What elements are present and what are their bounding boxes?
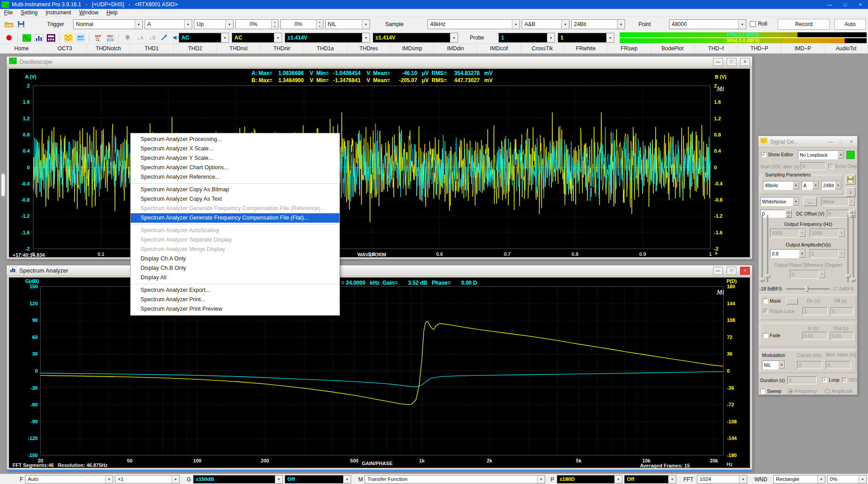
menu-instrument[interactable]: Instrument [42, 9, 75, 17]
overlap-select[interactable]: 0%▼ [827, 475, 867, 484]
dut-icon[interactable]: DUT [75, 33, 86, 43]
gain-ref-select[interactable]: Off▼ [285, 475, 351, 484]
sweep-checkbox[interactable]: Sweep [760, 388, 781, 394]
freq-range-select[interactable]: Auto▼ [25, 475, 113, 484]
tab-thd~f[interactable]: THD~f [695, 44, 738, 53]
ddp-icon[interactable]: DDP [93, 33, 103, 43]
tab-imdccif[interactable]: IMDccif [477, 44, 521, 53]
output-indicator-button[interactable] [846, 151, 855, 159]
menu-setting[interactable]: Setting [17, 9, 41, 17]
context-menu-item[interactable]: Spectrum Analyzer Copy As Text [131, 194, 339, 204]
oscilloscope-icon[interactable] [21, 33, 32, 43]
spin-up-icon[interactable]: ▲ [317, 20, 323, 24]
roll-checkbox[interactable]: Roll [750, 21, 767, 27]
level-slider-b-right[interactable] [853, 215, 854, 282]
slider-handle[interactable] [765, 274, 770, 277]
save-file-icon[interactable] [16, 19, 26, 29]
close-icon[interactable]: × [740, 58, 750, 66]
signal-generator-titlebar[interactable]: Signal Ge... — □ × [758, 136, 857, 148]
close-icon[interactable]: × [853, 0, 868, 9]
phase-range-select[interactable]: ±180D▼ [557, 475, 622, 484]
waveform-more-button[interactable]: ... [803, 197, 817, 206]
context-menu-item[interactable]: Spectrum Analyzer Chart Options... [131, 163, 339, 172]
minimize-icon[interactable]: — [713, 58, 723, 66]
loop-checkbox[interactable]: ✓Loop [822, 377, 839, 383]
slider-handle[interactable] [805, 286, 808, 292]
window-fn-select[interactable]: Rectangle▼ [773, 475, 825, 484]
fft-size-select[interactable]: 1024▼ [697, 475, 747, 484]
tab-thd2[interactable]: THD2 [174, 44, 217, 53]
music-note-button[interactable]: ♪ [846, 187, 855, 197]
minimize-icon[interactable]: — [822, 0, 837, 9]
auto-button[interactable]: Auto [834, 19, 866, 30]
record-button[interactable]: Record [778, 19, 830, 30]
spin-down-icon[interactable]: ▼ [272, 24, 278, 29]
tab-thdnir[interactable]: THDnir [260, 44, 304, 53]
context-menu-item[interactable]: Spectrum Analyzer Export... [131, 286, 339, 295]
context-menu-item[interactable]: Spectrum Analyzer X Scale... [131, 144, 339, 154]
siggen-channel-select[interactable]: A▼ [802, 181, 820, 190]
context-menu-item[interactable]: Display All [131, 273, 339, 282]
fade-checkbox[interactable]: Fade [763, 333, 780, 338]
slider-handle[interactable] [846, 274, 850, 277]
tab-oct3[interactable]: OCT3 [44, 44, 87, 53]
tab-imd~p[interactable]: IMD~P [781, 44, 825, 53]
context-menu-item[interactable]: Spectrum Analyzer Reference... [131, 172, 339, 182]
tab-audiotst[interactable]: AudioTst [824, 44, 868, 53]
tab-imddin[interactable]: IMDdin [434, 44, 478, 53]
tab-bodeplot[interactable]: BodePlot [651, 44, 695, 53]
slider-handle[interactable] [760, 278, 765, 281]
tab-thd~p[interactable]: THD~P [738, 44, 781, 53]
probe-a-select[interactable]: 1▼ [498, 33, 555, 43]
context-menu-item[interactable]: Spectrum Analyzer Processing... [131, 135, 339, 144]
tab-imdsmp[interactable]: IMDsmp [391, 44, 434, 53]
sampling-channels-select[interactable]: A&B▼ [522, 19, 569, 29]
context-menu-item[interactable]: Spectrum Analyzer Print... [131, 295, 339, 304]
alarm-icon[interactable] [122, 33, 133, 43]
trigger-hpf-select[interactable]: NIL▼ [325, 19, 370, 29]
phase-ref-select[interactable]: Off▼ [624, 475, 676, 484]
save-signal-button[interactable] [846, 175, 855, 185]
sampling-rate-select[interactable]: 48kHz▼ [427, 19, 520, 29]
minimize-icon[interactable]: — [827, 138, 835, 145]
context-menu-item[interactable]: Spectrum Analyzer Copy As Bitmap [131, 185, 339, 194]
spin-down-icon[interactable]: ▼ [317, 24, 323, 29]
scrollbar-handle[interactable] [1, 173, 5, 197]
ground-b-icon[interactable]: ⊥B [146, 33, 157, 43]
record-length-select[interactable]: 48000▼ [669, 19, 746, 29]
amplitude-a-select[interactable]: 0.8▼ [770, 249, 806, 258]
tab-thdnotch[interactable]: THDNotch [87, 44, 130, 53]
context-menu-item[interactable]: Spectrum Analyzer Generate Frequency Com… [131, 213, 339, 223]
trigger-mode-select[interactable]: Normal▼ [73, 19, 143, 29]
menu-file[interactable]: File [0, 9, 17, 17]
tab-frwhite[interactable]: FRwhite [564, 44, 608, 53]
probe-calibration-icon[interactable] [159, 33, 169, 43]
modulation-select[interactable]: NIL▼ [762, 361, 785, 370]
trigger-source-select[interactable]: A▼ [145, 19, 192, 29]
tab-home[interactable]: Home [0, 44, 44, 53]
level-slider-a-right[interactable] [847, 215, 849, 282]
restore-icon[interactable]: □ [727, 267, 736, 275]
siggen-rate-select[interactable]: 48kHz▼ [763, 181, 800, 190]
ground-a-icon[interactable]: ⊥A [134, 33, 145, 43]
siggen-bits-select[interactable]: 24Bit▼ [821, 181, 842, 190]
range-b-select[interactable]: ±1.414V▼ [373, 33, 458, 43]
ddc-icon[interactable]: DDC [105, 33, 115, 43]
maximize-icon[interactable]: □ [837, 138, 845, 145]
loopback-select[interactable]: No Loopback▼ [798, 150, 845, 159]
freq-mult-select[interactable]: ×1▼ [115, 475, 180, 484]
level-slider-b-left[interactable] [767, 215, 768, 282]
tab-frswp[interactable]: FRswp [608, 44, 651, 53]
menu-window[interactable]: Window [75, 9, 102, 17]
context-menu-item[interactable]: Spectrum Analyzer Print Preview [131, 304, 339, 314]
tab-thd1[interactable]: THD1 [130, 44, 174, 53]
signal-generator-icon[interactable] [63, 33, 74, 43]
waveform-select[interactable]: WhiteNoise▼ [760, 197, 800, 206]
spin-up-icon[interactable]: ▲ [272, 20, 278, 24]
dc-offset-a-input[interactable]: 0 [760, 210, 785, 218]
show-editor-checkbox[interactable]: ✓Show Editor [761, 152, 793, 157]
open-file-icon[interactable] [4, 19, 14, 29]
trigger-delay-stepper[interactable]: 0%▲▼ [280, 19, 323, 29]
tab-thdres[interactable]: THDres [347, 44, 391, 53]
trigger-level-stepper[interactable]: 0%▲▼ [235, 19, 278, 29]
